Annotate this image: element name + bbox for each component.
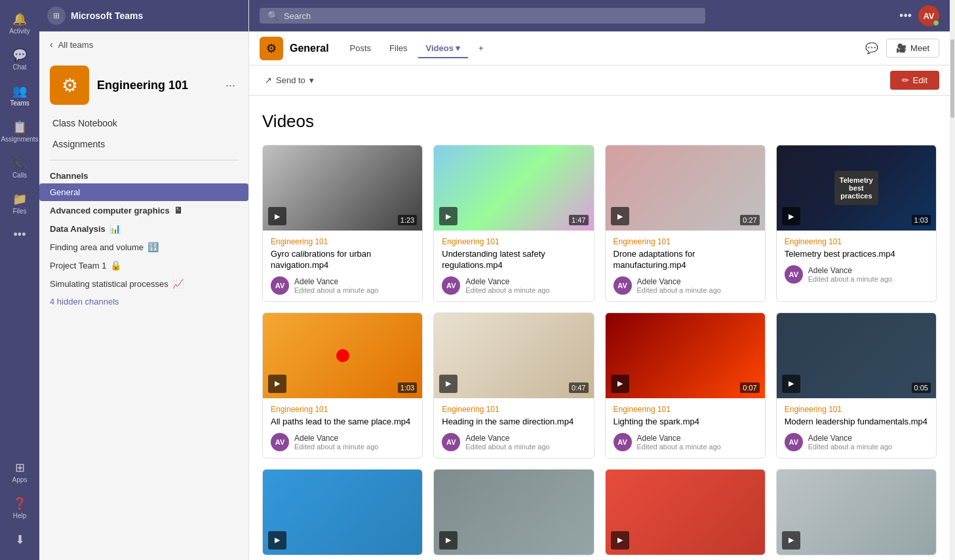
- video-duration-6: 0:47: [569, 383, 588, 393]
- tab-files[interactable]: Files: [381, 39, 415, 58]
- sidebar-divider: [50, 160, 238, 160]
- video-card-6[interactable]: ▶ 0:47 Engineering 101 Heading in the sa…: [433, 312, 594, 458]
- download-icon: ⬇: [15, 532, 25, 547]
- video-thumbnail-11: ▶: [606, 470, 765, 555]
- channel-label-project-team: Project Team 1: [50, 261, 106, 271]
- channel-badge-finding-area: 🔢: [147, 242, 159, 252]
- video-card-10[interactable]: ▶: [433, 469, 594, 555]
- chat-icon-button[interactable]: 💬: [863, 39, 881, 57]
- play-button-6[interactable]: ▶: [439, 375, 458, 393]
- channel-item-advanced-graphics[interactable]: Advanced computer graphics 🖥: [39, 201, 248, 219]
- channel-label-general: General: [50, 187, 80, 197]
- search-bar[interactable]: 🔍: [260, 8, 705, 24]
- video-thumbnail-2: ▶ 1:47: [434, 145, 593, 231]
- sidebar: ⊞ Microsoft Teams ‹ All teams ⚙ Engineer…: [39, 0, 249, 560]
- assignments-item[interactable]: Assignments: [45, 134, 243, 155]
- play-button-11[interactable]: ▶: [611, 531, 629, 550]
- play-button-1[interactable]: ▶: [268, 207, 286, 225]
- video-author-name-2: Adele Vance: [465, 277, 549, 286]
- video-title-3: Drone adaptations for manufacturing.mp4: [614, 249, 757, 271]
- video-card-9[interactable]: ▶: [262, 469, 423, 555]
- channel-item-simulating[interactable]: Simulating statistical processes 📈: [39, 274, 248, 293]
- channel-header: ⚙ General Posts Files Videos ▾ + 💬 🎥 Mee…: [249, 31, 950, 65]
- sidebar-item-help[interactable]: ❓ Help: [0, 491, 39, 525]
- scrollbar[interactable]: [950, 0, 955, 560]
- video-duration-8: 0:05: [912, 383, 931, 393]
- video-title-2: Understanding latest safety regulations.…: [442, 249, 585, 271]
- play-button-2[interactable]: ▶: [439, 207, 458, 225]
- avatar-status-badge: [933, 20, 939, 26]
- channel-item-project-team[interactable]: Project Team 1 🔒: [39, 256, 248, 274]
- video-channel-4: Engineering 101: [785, 237, 928, 246]
- sidebar-item-teams[interactable]: 👥 Teams: [0, 79, 39, 112]
- search-input[interactable]: [284, 11, 697, 21]
- tab-add[interactable]: +: [471, 39, 492, 58]
- apps-icon: ⊞: [15, 460, 25, 475]
- play-button-8[interactable]: ▶: [782, 375, 800, 393]
- video-card-12[interactable]: ▶: [776, 469, 937, 555]
- channel-item-data-analysis[interactable]: Data Analysis 📊: [39, 219, 248, 238]
- video-thumbnail-12: ▶: [777, 470, 936, 555]
- class-notebook-item[interactable]: Class Notebook: [45, 113, 243, 134]
- video-card-2[interactable]: ▶ 1:47 Engineering 101 Understanding lat…: [433, 145, 594, 302]
- video-thumbnail-3: ▶ 0:27: [606, 145, 765, 231]
- meet-button[interactable]: 🎥 Meet: [886, 39, 939, 58]
- play-button-3[interactable]: ▶: [611, 207, 629, 225]
- channel-label-advanced-graphics: Advanced computer graphics: [50, 206, 170, 215]
- video-thumbnail-6: ▶ 0:47: [434, 313, 593, 398]
- video-thumbnail-7: ▶ 0:07: [606, 313, 765, 398]
- all-teams-back[interactable]: ‹ All teams: [39, 31, 248, 58]
- topbar-more-icon[interactable]: •••: [899, 9, 912, 23]
- user-avatar[interactable]: AV: [918, 5, 939, 26]
- sidebar-nav-items: Class Notebook Assignments: [39, 113, 248, 155]
- channel-icon: ⚙: [260, 37, 283, 60]
- channels-header: Channels: [39, 166, 248, 183]
- video-duration-2: 1:47: [569, 215, 588, 225]
- sidebar-item-calls[interactable]: 📞 Calls: [0, 151, 39, 184]
- video-card-3[interactable]: ▶ 0:27 Engineering 101 Drone adaptations…: [605, 145, 766, 302]
- channel-label-simulating: Simulating statistical processes: [50, 279, 168, 289]
- sidebar-item-apps[interactable]: ⊞ Apps: [0, 455, 39, 489]
- play-button-4[interactable]: ▶: [782, 207, 800, 225]
- tab-posts[interactable]: Posts: [342, 39, 380, 58]
- hidden-channels-label[interactable]: 4 hidden channels: [39, 293, 248, 310]
- channel-item-general[interactable]: General: [39, 183, 248, 201]
- video-card-5[interactable]: ▶ 1:03 Engineering 101 All paths lead to…: [262, 312, 423, 458]
- video-channel-2: Engineering 101: [442, 237, 585, 246]
- team-info: ⚙ Engineering 101 ···: [39, 58, 248, 113]
- video-card-11[interactable]: ▶: [605, 469, 766, 555]
- sidebar-item-activity[interactable]: 🔔 Activity: [0, 7, 39, 40]
- edit-icon: ✏: [902, 75, 909, 85]
- play-button-12[interactable]: ▶: [782, 531, 800, 550]
- scrollbar-thumb[interactable]: [950, 39, 954, 118]
- grid-icon[interactable]: ⊞: [47, 7, 66, 25]
- play-button-10[interactable]: ▶: [439, 531, 458, 550]
- video-card-4[interactable]: Telemetrybestpractices ▶ 1:03 Engineerin…: [776, 145, 937, 302]
- video-card-7[interactable]: ▶ 0:07 Engineering 101 Lighting the spar…: [605, 312, 766, 458]
- sidebar-item-files[interactable]: 📁 Files: [0, 187, 39, 220]
- tab-videos[interactable]: Videos ▾: [418, 39, 468, 58]
- sidebar-item-more[interactable]: •••: [0, 223, 39, 248]
- video-card-8[interactable]: ▶ 0:05 Engineering 101 Modern leadership…: [776, 312, 937, 458]
- play-button-5[interactable]: ▶: [268, 375, 286, 393]
- search-icon: 🔍: [267, 10, 279, 21]
- team-more-button[interactable]: ···: [223, 76, 238, 95]
- video-card-1[interactable]: ▶ 1:23 Engineering 101 Gyro calibrations…: [262, 145, 423, 302]
- edit-button[interactable]: ✏ Edit: [890, 71, 939, 90]
- channel-badge-advanced-graphics: 🖥: [174, 205, 183, 215]
- sidebar-item-assignments[interactable]: 📋 Assignments: [0, 115, 39, 148]
- sidebar-item-chat[interactable]: 💬 Chat: [0, 43, 39, 76]
- sidebar-item-download[interactable]: ⬇: [0, 527, 39, 553]
- videos-title: Videos: [262, 111, 937, 132]
- channel-badge-data-analysis: 📊: [109, 223, 121, 234]
- channel-item-finding-area[interactable]: Finding area and volume 🔢: [39, 238, 248, 256]
- team-logo: ⚙: [50, 65, 89, 105]
- play-button-7[interactable]: ▶: [611, 375, 629, 393]
- video-thumbnail-9: ▶: [263, 470, 422, 555]
- video-duration-7: 0:07: [740, 383, 759, 393]
- play-button-9[interactable]: ▶: [268, 531, 286, 550]
- video-author-name-6: Adele Vance: [465, 434, 549, 443]
- video-avatar-7: AV: [614, 433, 632, 451]
- send-to-button[interactable]: ↗ Send to ▾: [260, 73, 319, 88]
- video-thumbnail-8: ▶ 0:05: [777, 313, 936, 398]
